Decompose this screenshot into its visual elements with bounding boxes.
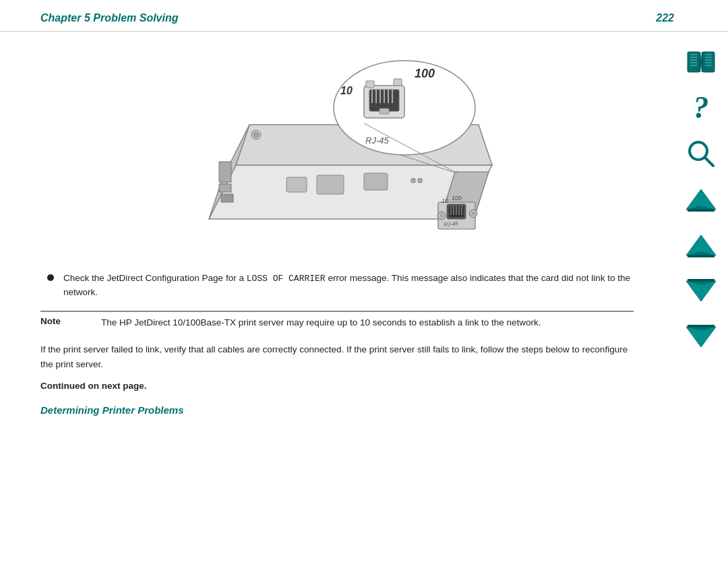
diagram-area: 10 100 RJ-45 [40, 44, 634, 259]
svg-rect-67 [688, 255, 715, 257]
svg-text:RJ-45: RJ-45 [444, 220, 459, 228]
svg-point-30 [254, 133, 258, 137]
svg-rect-24 [411, 179, 415, 183]
help-icon[interactable]: ? [683, 90, 719, 126]
svg-rect-64 [688, 210, 715, 212]
page-down-icon[interactable] [683, 319, 719, 355]
svg-rect-28 [364, 173, 388, 190]
svg-rect-22 [219, 184, 231, 192]
svg-text:10: 10 [340, 85, 353, 96]
bullet-code: LOSS OF CARRIER [247, 274, 326, 284]
svg-rect-27 [286, 177, 307, 192]
note-text: The HP JetDirect 10/100Base-TX print ser… [101, 316, 541, 330]
search-icon[interactable] [683, 135, 719, 172]
page-number: 222 [656, 12, 674, 24]
svg-rect-21 [219, 162, 231, 182]
bullet-text-before: Check the JetDirect Configuration Page f… [63, 273, 247, 283]
svg-rect-26 [317, 175, 344, 194]
footer-section: Determining Printer Problems [40, 404, 634, 416]
note-section: Note The HP JetDirect 10/100Base-TX prin… [40, 311, 634, 330]
sidebar: ? [674, 37, 728, 559]
content-column: 10 100 RJ-45 [0, 37, 674, 559]
svg-text:10: 10 [442, 197, 448, 204]
svg-rect-25 [418, 179, 422, 183]
continued-text: Continued on next page. [40, 381, 634, 391]
svg-rect-41 [366, 81, 374, 88]
footer-label: Determining Printer Problems [40, 404, 184, 416]
chapter-title: Chapter 5 Problem Solving [40, 12, 178, 24]
scroll-up-icon[interactable] [683, 181, 719, 218]
svg-text:RJ-45: RJ-45 [365, 135, 389, 146]
network-card-diagram: 10 100 RJ-45 [142, 44, 533, 259]
page-up-icon[interactable] [683, 227, 719, 263]
svg-rect-42 [394, 79, 402, 86]
bullet-text: Check the JetDirect Configuration Page f… [63, 272, 634, 300]
scroll-down-icon[interactable] [683, 273, 719, 309]
svg-rect-40 [380, 108, 389, 114]
svg-text:100: 100 [415, 67, 435, 80]
svg-rect-23 [221, 194, 233, 202]
page-header: Chapter 5 Problem Solving 222 [0, 0, 728, 32]
note-label: Note [40, 316, 101, 330]
question-mark: ? [694, 92, 709, 123]
svg-text:100: 100 [452, 195, 462, 201]
bullet-section: Check the JetDirect Configuration Page f… [40, 272, 634, 300]
svg-line-61 [705, 158, 713, 166]
bullet-dot [47, 274, 54, 281]
body-paragraph: If the print server failed to link, veri… [40, 342, 634, 371]
book-icon[interactable] [683, 44, 719, 80]
main-content: 10 100 RJ-45 [0, 37, 728, 559]
